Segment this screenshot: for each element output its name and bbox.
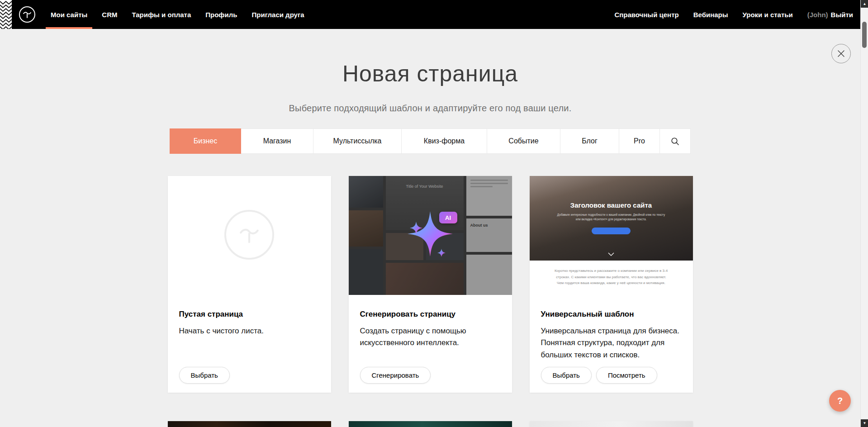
nav-item-profile[interactable]: Профиль — [198, 0, 244, 29]
tab-label: Pro — [634, 137, 645, 145]
view-button[interactable]: Посмотреть — [596, 367, 657, 384]
nav-item-label: CRM — [102, 11, 117, 19]
nav-item-plans-payment[interactable]: Тарифы и оплата — [124, 0, 198, 29]
tab-label: Бизнес — [194, 137, 218, 145]
tilda-watermark-icon — [224, 210, 274, 260]
card-description: Начать с чистого листа. — [179, 325, 320, 337]
navbar-left-menu: Мои сайты CRM Тарифы и оплата Профиль Пр… — [43, 0, 312, 29]
ai-badge: AI — [439, 212, 457, 223]
nav-item-label: Пригласи друга — [251, 11, 304, 19]
nav-item-lessons-articles[interactable]: Уроки и статьи — [735, 0, 800, 29]
nav-item-my-sites[interactable]: Мои сайты — [43, 0, 95, 29]
new-page-dialog: Новая страница Выберите подходящий шабло… — [0, 29, 860, 427]
card-title: Универсальный шаблон — [541, 310, 682, 319]
card-actions: Выбрать Посмотреть — [541, 367, 657, 384]
chevron-down-icon — [608, 250, 614, 258]
page-subtitle: Выберите подходящий шаблон и адаптируйте… — [0, 103, 860, 114]
template-card-ai-generate[interactable]: About us Title of Your Website — [349, 176, 512, 393]
template-grid-row-2 — [0, 421, 860, 427]
nav-item-webinars[interactable]: Вебинары — [686, 0, 735, 29]
ai-preview-image[interactable]: About us Title of Your Website — [349, 176, 512, 295]
tab-label: Событие — [508, 137, 538, 145]
tab-label: Мультиссылка — [333, 137, 382, 145]
tab-search[interactable] — [659, 128, 691, 154]
nav-item-help-center[interactable]: Справочный центр — [607, 0, 686, 29]
scrollbar-thumb[interactable] — [862, 22, 867, 48]
preview-cta-button — [592, 228, 631, 234]
card-actions: Сгенерировать — [360, 367, 431, 384]
tab-store[interactable]: Магазин — [241, 128, 313, 154]
card-body: Универсальный шаблон Универсальная стран… — [541, 310, 682, 361]
scrollbar-up-arrow-icon[interactable]: ▲ — [861, 0, 868, 8]
logout-label: Выйти — [831, 11, 853, 19]
scrollbar-down-arrow-icon[interactable]: ▼ — [861, 419, 868, 427]
generate-button[interactable]: Сгенерировать — [360, 367, 431, 384]
navbar-right-menu: Справочный центр Вебинары Уроки и статьи… — [607, 0, 868, 29]
nav-item-label: Мои сайты — [51, 11, 87, 19]
nav-item-label: Уроки и статьи — [743, 11, 793, 19]
choose-button[interactable]: Выбрать — [541, 367, 592, 384]
ai-sparkle-icon — [396, 200, 464, 270]
tilda-tilde-icon — [22, 9, 33, 20]
template-grid-row-1: Пустая страница Начать с чистого листа. … — [0, 176, 860, 393]
template-card-clipped[interactable] — [168, 421, 331, 427]
nav-item-crm[interactable]: CRM — [95, 0, 124, 29]
tab-label: Блог — [582, 137, 598, 145]
top-navbar: Мои сайты CRM Тарифы и оплата Профиль Пр… — [0, 0, 868, 29]
tab-event[interactable]: Событие — [487, 128, 560, 154]
search-icon — [671, 137, 679, 146]
vertical-scrollbar[interactable]: ▲ ▼ — [860, 0, 868, 427]
card-body: Сгенерировать страницу Создать страницу … — [360, 310, 501, 349]
nav-item-logout[interactable]: (John) Выйти — [800, 0, 860, 29]
nav-item-invite-friend[interactable]: Пригласи друга — [244, 0, 311, 29]
help-chat-button[interactable]: ? — [829, 390, 851, 412]
tilda-logo[interactable] — [19, 6, 35, 23]
preview-body-text: Коротко представьтесь и расскажите о ком… — [554, 268, 668, 286]
preview-text-section: Коротко представьтесь и расскажите о ком… — [530, 261, 693, 295]
template-category-tabs: Бизнес Магазин Мультиссылка Квиз-форма С… — [0, 128, 860, 154]
tab-label: Магазин — [263, 137, 291, 145]
user-name: (John) — [807, 11, 828, 19]
tab-pro[interactable]: Pro — [619, 128, 660, 154]
card-body: Пустая страница Начать с чистого листа. — [179, 310, 320, 337]
card-description: Создать страницу с помощью искусственног… — [360, 325, 501, 349]
template-card-clipped[interactable] — [349, 421, 512, 427]
tab-business[interactable]: Бизнес — [170, 128, 241, 154]
preview-cover-section: Заголовок вашего сайта Добавьте интересн… — [530, 176, 693, 261]
nav-item-label: Справочный центр — [614, 11, 678, 19]
template-card-universal[interactable]: Заголовок вашего сайта Добавьте интересн… — [530, 176, 693, 393]
tab-link-in-bio[interactable]: Мультиссылка — [313, 128, 402, 154]
template-card-blank-page[interactable]: Пустая страница Начать с чистого листа. … — [168, 176, 331, 393]
nav-item-label: Вебинары — [693, 11, 728, 19]
choose-button[interactable]: Выбрать — [179, 367, 230, 384]
close-icon — [837, 50, 845, 57]
tab-quiz-form[interactable]: Квиз-форма — [401, 128, 487, 154]
zigzag-pattern-decoration — [0, 0, 12, 29]
tab-label: Квиз-форма — [424, 137, 465, 145]
preview-subtext: Добавьте интересные подробности о вашей … — [555, 213, 668, 222]
card-title: Пустая страница — [179, 310, 320, 319]
nav-item-label: Тарифы и оплата — [132, 11, 191, 19]
nav-item-label: Профиль — [205, 11, 237, 19]
close-dialog-button[interactable] — [831, 44, 851, 63]
card-description: Универсальная страница для бизнеса. Поня… — [541, 325, 682, 361]
card-actions: Выбрать — [179, 367, 230, 384]
universal-template-preview[interactable]: Заголовок вашего сайта Добавьте интересн… — [530, 176, 693, 295]
preview-heading: Заголовок вашего сайта — [530, 201, 693, 209]
card-title: Сгенерировать страницу — [360, 310, 501, 319]
template-card-clipped[interactable] — [530, 421, 693, 427]
page-title: Новая страница — [0, 61, 860, 87]
tab-blog[interactable]: Блог — [560, 128, 619, 154]
